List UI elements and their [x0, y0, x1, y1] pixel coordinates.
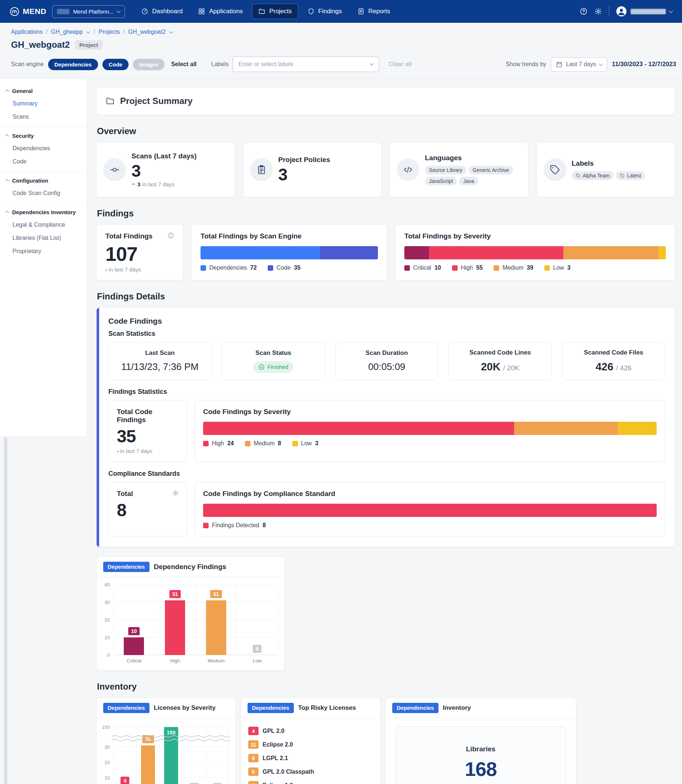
- sidebar-section-title: Security: [12, 133, 34, 139]
- sidebar-item-dependencies[interactable]: Dependencies: [0, 142, 87, 155]
- sidebar-item-code-scan-config[interactable]: Code Scan Config: [0, 187, 87, 200]
- label-tag: Latest: [616, 171, 645, 180]
- licenses-by-severity-card: Dependencies Licenses by Severity 010203…: [96, 698, 236, 784]
- check-circle-icon: [258, 364, 265, 370]
- bar-medium: [206, 600, 226, 655]
- card-title: Licenses by Severity: [154, 704, 215, 712]
- sidebar-section-toggle-dependencies-inventory[interactable]: Dependencies Inventory: [0, 204, 87, 218]
- breadcrumb-separator: /: [123, 29, 124, 35]
- scan-engine-label: Scan engine: [11, 61, 44, 68]
- user-menu[interactable]: [616, 6, 672, 17]
- license-row[interactable]: 6 GPL 2.0 Classpath: [248, 765, 373, 779]
- sidebar-item-legal-compliance[interactable]: Legal & Compliance: [0, 218, 87, 232]
- breadcrumb-projects[interactable]: Projects: [99, 29, 120, 35]
- libraries-panel[interactable]: Libraries 168: [395, 727, 566, 784]
- nav-projects[interactable]: Projects: [252, 4, 298, 19]
- page-header: GH_webgoat2 Project: [11, 40, 682, 50]
- nav-reports[interactable]: Reports: [352, 4, 396, 19]
- nav-findings[interactable]: Findings: [301, 4, 348, 19]
- project-policies-card: Project Policies 3: [243, 142, 382, 197]
- breadcrumb-applications[interactable]: Applications: [11, 29, 43, 35]
- license-row[interactable]: 4 GPL 2.0: [248, 724, 373, 738]
- value-label-critical: 10: [128, 627, 140, 635]
- legend-critical: Critical10: [404, 265, 441, 271]
- bar-critical: [124, 637, 144, 655]
- card-header: Dependencies Dependency Findings: [97, 557, 284, 577]
- scrollbar[interactable]: [4, 437, 7, 784]
- engine-pill-images[interactable]: Images: [133, 59, 164, 70]
- nav-label: Applications: [209, 8, 243, 15]
- compliance-row: Total 8 Code Findings by Compliance Stan…: [108, 482, 665, 537]
- navbar-right: [580, 6, 672, 17]
- top-navbar: MEND Mend Platform... Dashboard Applicat…: [0, 0, 682, 23]
- label-tag: Alpha Team: [572, 171, 614, 180]
- scanned-files-value: 426 / 426: [567, 361, 660, 373]
- license-count-badge: 9: [248, 754, 258, 762]
- card-title: Scans (Last 7 days): [131, 152, 196, 160]
- languages-card: Languages Source Library Generic Archive…: [390, 142, 529, 197]
- legend-low: Low3: [544, 265, 570, 271]
- inventory-card: Dependencies Inventory Libraries 168: [385, 698, 576, 784]
- breadcrumb-gh-webgoat2[interactable]: GH_webgoat2: [128, 29, 166, 35]
- nav-label: Findings: [319, 8, 342, 15]
- chevron-down-icon[interactable]: [86, 29, 90, 34]
- chart-y-axis: 010203040: [98, 584, 113, 655]
- scan-status-value: Finished: [268, 364, 288, 370]
- legend-swatch: [268, 265, 273, 271]
- workspace-selector[interactable]: Mend Platform...: [52, 5, 125, 18]
- gear-icon[interactable]: [172, 490, 179, 497]
- license-row[interactable]: 5 Eclipse 1.0: [248, 779, 373, 784]
- trends-dropdown[interactable]: Last 7 days: [551, 57, 607, 72]
- license-row[interactable]: 11 Eclipse 2.0: [248, 738, 373, 751]
- date-range: 11/30/2023 - 12/7/2023: [612, 61, 676, 68]
- sidebar-item-summary[interactable]: Summary: [0, 97, 87, 110]
- license-row[interactable]: 9 LGPL 2.1: [248, 751, 373, 765]
- sidebar-item-proprietary[interactable]: Proprietary: [0, 245, 87, 258]
- select-all-link[interactable]: Select all: [171, 61, 196, 68]
- language-tag: Java: [459, 177, 478, 185]
- chevron-down-icon[interactable]: [169, 29, 173, 34]
- labels-input[interactable]: [233, 57, 379, 72]
- card-title: Top Risky Licenses: [298, 704, 356, 712]
- chevron-up-icon: [5, 89, 9, 93]
- bar-segment-code: [320, 246, 378, 259]
- breadcrumb-gh-gheapp[interactable]: GH_gheapp: [51, 29, 83, 35]
- sidebar-section-toggle-general[interactable]: General: [0, 83, 87, 97]
- legend-swatch: [544, 265, 550, 271]
- calendar-icon: [556, 61, 562, 68]
- mend-logo[interactable]: MEND: [10, 6, 46, 16]
- license-count-badge: 5: [248, 781, 258, 784]
- info-icon[interactable]: [167, 232, 174, 239]
- scans-trend: 3 in last 7 days: [131, 181, 196, 187]
- card-title: Dependency Findings: [154, 563, 226, 571]
- bar-segment-high: [203, 422, 514, 435]
- nav-dashboard[interactable]: Dashboard: [135, 4, 188, 19]
- legend-swatch: [245, 441, 250, 446]
- legend-code: Code35: [268, 265, 300, 271]
- label-tag-text: Latest: [627, 172, 641, 179]
- clear-all-link[interactable]: Clear all: [389, 61, 411, 68]
- scanned-code-files-card: Scanned Code Files 426 / 426: [562, 342, 665, 380]
- sidebar-section-toggle-configuration[interactable]: Configuration: [0, 173, 87, 187]
- project-badge: Project: [75, 40, 102, 49]
- sidebar-item-libraries-flat-list[interactable]: Libraries (Flat List): [0, 232, 87, 245]
- legend-swatch: [203, 523, 209, 528]
- trends-controls: Show trends by Last 7 days 11/30/2023 - …: [506, 57, 676, 72]
- legend-medium: Medium39: [494, 265, 533, 271]
- bar-segment-high: [429, 246, 563, 259]
- engine-pill-dependencies[interactable]: Dependencies: [48, 59, 98, 70]
- chevron-down-icon: [599, 62, 603, 66]
- inventory-cards: Dependencies Licenses by Severity 010203…: [96, 698, 675, 784]
- sidebar-item-code[interactable]: Code: [0, 155, 87, 168]
- nav-applications[interactable]: Applications: [192, 4, 249, 19]
- applications-icon: [198, 8, 205, 15]
- card-title: Code Findings by Compliance Standard: [203, 490, 657, 498]
- settings-button[interactable]: [594, 7, 602, 16]
- sidebar-section-toggle-security[interactable]: Security: [0, 128, 87, 142]
- engine-pill-code[interactable]: Code: [102, 59, 129, 70]
- libraries-label: Libraries: [403, 745, 559, 753]
- value-label-high: 4: [121, 777, 129, 784]
- help-button[interactable]: [580, 7, 588, 16]
- sidebar-item-scans[interactable]: Scans: [0, 110, 87, 123]
- compliance-total-card: Total 8: [108, 482, 187, 537]
